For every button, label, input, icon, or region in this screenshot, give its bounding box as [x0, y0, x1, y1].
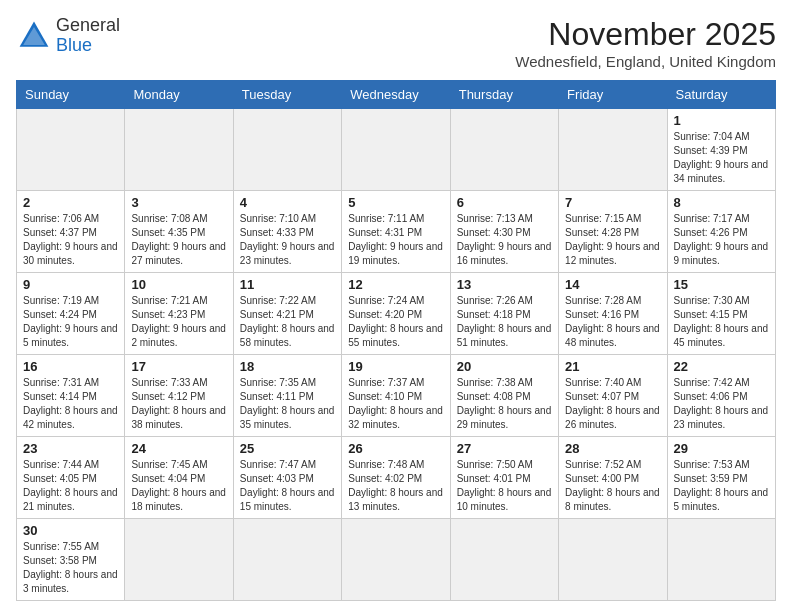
day-info: Sunrise: 7:50 AM Sunset: 4:01 PM Dayligh… — [457, 458, 552, 514]
day-info: Sunrise: 7:11 AM Sunset: 4:31 PM Dayligh… — [348, 212, 443, 268]
day-number: 15 — [674, 277, 769, 292]
day-info: Sunrise: 7:04 AM Sunset: 4:39 PM Dayligh… — [674, 130, 769, 186]
day-info: Sunrise: 7:22 AM Sunset: 4:21 PM Dayligh… — [240, 294, 335, 350]
day-cell: 9Sunrise: 7:19 AM Sunset: 4:24 PM Daylig… — [17, 273, 125, 355]
page-header: General Blue November 2025 Wednesfield, … — [16, 16, 776, 70]
day-cell — [17, 109, 125, 191]
day-number: 22 — [674, 359, 769, 374]
day-cell: 4Sunrise: 7:10 AM Sunset: 4:33 PM Daylig… — [233, 191, 341, 273]
day-number: 29 — [674, 441, 769, 456]
day-cell: 26Sunrise: 7:48 AM Sunset: 4:02 PM Dayli… — [342, 437, 450, 519]
weekday-header-tuesday: Tuesday — [233, 81, 341, 109]
day-info: Sunrise: 7:24 AM Sunset: 4:20 PM Dayligh… — [348, 294, 443, 350]
calendar-header: SundayMondayTuesdayWednesdayThursdayFrid… — [17, 81, 776, 109]
day-info: Sunrise: 7:19 AM Sunset: 4:24 PM Dayligh… — [23, 294, 118, 350]
calendar-subtitle: Wednesfield, England, United Kingdom — [515, 53, 776, 70]
day-info: Sunrise: 7:31 AM Sunset: 4:14 PM Dayligh… — [23, 376, 118, 432]
day-info: Sunrise: 7:17 AM Sunset: 4:26 PM Dayligh… — [674, 212, 769, 268]
day-cell: 19Sunrise: 7:37 AM Sunset: 4:10 PM Dayli… — [342, 355, 450, 437]
day-info: Sunrise: 7:28 AM Sunset: 4:16 PM Dayligh… — [565, 294, 660, 350]
day-cell: 15Sunrise: 7:30 AM Sunset: 4:15 PM Dayli… — [667, 273, 775, 355]
day-info: Sunrise: 7:21 AM Sunset: 4:23 PM Dayligh… — [131, 294, 226, 350]
day-number: 26 — [348, 441, 443, 456]
day-info: Sunrise: 7:35 AM Sunset: 4:11 PM Dayligh… — [240, 376, 335, 432]
day-info: Sunrise: 7:40 AM Sunset: 4:07 PM Dayligh… — [565, 376, 660, 432]
day-info: Sunrise: 7:47 AM Sunset: 4:03 PM Dayligh… — [240, 458, 335, 514]
day-cell — [125, 519, 233, 601]
logo: General Blue — [16, 16, 120, 56]
day-number: 25 — [240, 441, 335, 456]
day-cell — [233, 109, 341, 191]
calendar-title: November 2025 — [515, 16, 776, 53]
day-number: 17 — [131, 359, 226, 374]
day-cell: 13Sunrise: 7:26 AM Sunset: 4:18 PM Dayli… — [450, 273, 558, 355]
calendar-body: 1Sunrise: 7:04 AM Sunset: 4:39 PM Daylig… — [17, 109, 776, 601]
day-cell — [450, 519, 558, 601]
day-cell: 8Sunrise: 7:17 AM Sunset: 4:26 PM Daylig… — [667, 191, 775, 273]
day-number: 18 — [240, 359, 335, 374]
day-cell — [125, 109, 233, 191]
day-number: 14 — [565, 277, 660, 292]
day-info: Sunrise: 7:44 AM Sunset: 4:05 PM Dayligh… — [23, 458, 118, 514]
day-number: 6 — [457, 195, 552, 210]
day-number: 13 — [457, 277, 552, 292]
day-number: 21 — [565, 359, 660, 374]
day-cell: 10Sunrise: 7:21 AM Sunset: 4:23 PM Dayli… — [125, 273, 233, 355]
day-info: Sunrise: 7:42 AM Sunset: 4:06 PM Dayligh… — [674, 376, 769, 432]
day-cell: 20Sunrise: 7:38 AM Sunset: 4:08 PM Dayli… — [450, 355, 558, 437]
day-cell — [559, 519, 667, 601]
day-info: Sunrise: 7:26 AM Sunset: 4:18 PM Dayligh… — [457, 294, 552, 350]
day-number: 24 — [131, 441, 226, 456]
day-number: 28 — [565, 441, 660, 456]
day-info: Sunrise: 7:52 AM Sunset: 4:00 PM Dayligh… — [565, 458, 660, 514]
day-number: 3 — [131, 195, 226, 210]
weekday-header-friday: Friday — [559, 81, 667, 109]
day-cell: 6Sunrise: 7:13 AM Sunset: 4:30 PM Daylig… — [450, 191, 558, 273]
day-cell: 18Sunrise: 7:35 AM Sunset: 4:11 PM Dayli… — [233, 355, 341, 437]
week-row-5: 23Sunrise: 7:44 AM Sunset: 4:05 PM Dayli… — [17, 437, 776, 519]
day-cell — [342, 519, 450, 601]
day-cell: 30Sunrise: 7:55 AM Sunset: 3:58 PM Dayli… — [17, 519, 125, 601]
week-row-3: 9Sunrise: 7:19 AM Sunset: 4:24 PM Daylig… — [17, 273, 776, 355]
day-info: Sunrise: 7:33 AM Sunset: 4:12 PM Dayligh… — [131, 376, 226, 432]
day-cell: 5Sunrise: 7:11 AM Sunset: 4:31 PM Daylig… — [342, 191, 450, 273]
day-number: 8 — [674, 195, 769, 210]
day-number: 12 — [348, 277, 443, 292]
day-cell: 1Sunrise: 7:04 AM Sunset: 4:39 PM Daylig… — [667, 109, 775, 191]
day-number: 11 — [240, 277, 335, 292]
day-number: 2 — [23, 195, 118, 210]
day-cell: 12Sunrise: 7:24 AM Sunset: 4:20 PM Dayli… — [342, 273, 450, 355]
day-cell: 24Sunrise: 7:45 AM Sunset: 4:04 PM Dayli… — [125, 437, 233, 519]
day-info: Sunrise: 7:48 AM Sunset: 4:02 PM Dayligh… — [348, 458, 443, 514]
day-number: 1 — [674, 113, 769, 128]
calendar-table: SundayMondayTuesdayWednesdayThursdayFrid… — [16, 80, 776, 601]
day-info: Sunrise: 7:45 AM Sunset: 4:04 PM Dayligh… — [131, 458, 226, 514]
day-info: Sunrise: 7:55 AM Sunset: 3:58 PM Dayligh… — [23, 540, 118, 596]
day-cell: 28Sunrise: 7:52 AM Sunset: 4:00 PM Dayli… — [559, 437, 667, 519]
week-row-4: 16Sunrise: 7:31 AM Sunset: 4:14 PM Dayli… — [17, 355, 776, 437]
day-number: 20 — [457, 359, 552, 374]
day-info: Sunrise: 7:37 AM Sunset: 4:10 PM Dayligh… — [348, 376, 443, 432]
day-number: 9 — [23, 277, 118, 292]
day-cell: 29Sunrise: 7:53 AM Sunset: 3:59 PM Dayli… — [667, 437, 775, 519]
weekday-header-row: SundayMondayTuesdayWednesdayThursdayFrid… — [17, 81, 776, 109]
day-number: 4 — [240, 195, 335, 210]
day-cell: 22Sunrise: 7:42 AM Sunset: 4:06 PM Dayli… — [667, 355, 775, 437]
day-info: Sunrise: 7:13 AM Sunset: 4:30 PM Dayligh… — [457, 212, 552, 268]
day-cell — [450, 109, 558, 191]
day-cell — [667, 519, 775, 601]
day-info: Sunrise: 7:06 AM Sunset: 4:37 PM Dayligh… — [23, 212, 118, 268]
day-cell: 27Sunrise: 7:50 AM Sunset: 4:01 PM Dayli… — [450, 437, 558, 519]
day-cell: 23Sunrise: 7:44 AM Sunset: 4:05 PM Dayli… — [17, 437, 125, 519]
day-cell: 14Sunrise: 7:28 AM Sunset: 4:16 PM Dayli… — [559, 273, 667, 355]
week-row-1: 1Sunrise: 7:04 AM Sunset: 4:39 PM Daylig… — [17, 109, 776, 191]
day-cell: 7Sunrise: 7:15 AM Sunset: 4:28 PM Daylig… — [559, 191, 667, 273]
day-number: 23 — [23, 441, 118, 456]
day-cell: 11Sunrise: 7:22 AM Sunset: 4:21 PM Dayli… — [233, 273, 341, 355]
day-info: Sunrise: 7:08 AM Sunset: 4:35 PM Dayligh… — [131, 212, 226, 268]
day-cell: 3Sunrise: 7:08 AM Sunset: 4:35 PM Daylig… — [125, 191, 233, 273]
day-number: 30 — [23, 523, 118, 538]
title-section: November 2025 Wednesfield, England, Unit… — [515, 16, 776, 70]
weekday-header-wednesday: Wednesday — [342, 81, 450, 109]
day-number: 27 — [457, 441, 552, 456]
